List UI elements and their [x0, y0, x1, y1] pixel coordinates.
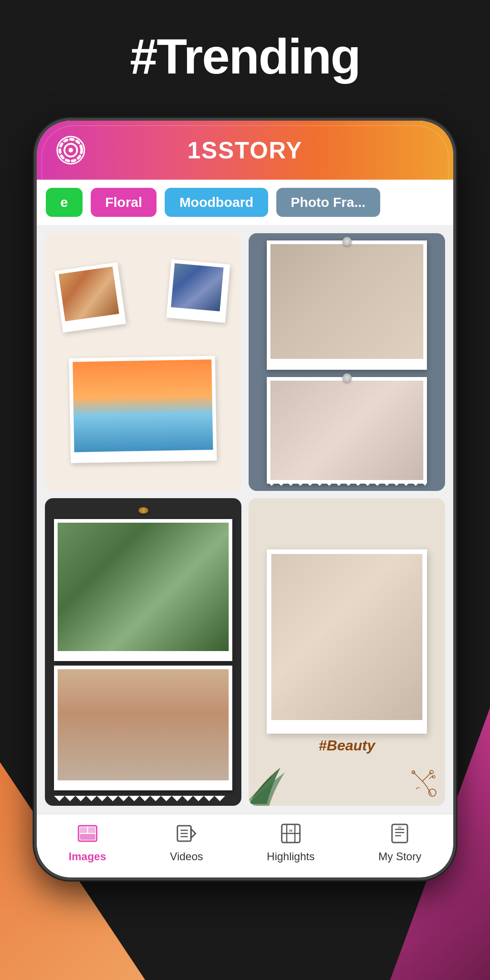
- svg-point-2: [69, 148, 73, 152]
- tab-item-moodboard[interactable]: Moodboard: [165, 188, 268, 217]
- torn-bottom-edge: [54, 796, 232, 801]
- beauty-photo: [267, 549, 427, 734]
- template-card-2[interactable]: [249, 233, 445, 491]
- images-icon: [74, 820, 101, 847]
- nav-label-mystory: My Story: [378, 850, 421, 863]
- template-card-4[interactable]: #Beauty: [249, 498, 445, 806]
- polaroid-1: [54, 262, 126, 333]
- framed-photo-2: [54, 666, 232, 790]
- floral-decoration: [404, 763, 441, 801]
- nav-item-videos[interactable]: Videos: [170, 820, 203, 863]
- polaroid-2: [167, 260, 230, 323]
- tab-item-floral[interactable]: Floral: [91, 188, 157, 217]
- tab-item-photoframe[interactable]: Photo Fra...: [276, 188, 380, 217]
- trending-title: #Trending: [0, 27, 490, 85]
- settings-icon[interactable]: [55, 134, 87, 166]
- photo-pin-2: [343, 373, 352, 382]
- card-pin: [138, 507, 148, 514]
- svg-rect-9: [80, 827, 87, 833]
- app-header: 1SSTORY: [37, 121, 453, 180]
- content-grid: #Beauty: [37, 225, 453, 814]
- nav-item-highlights[interactable]: H Highlights: [267, 820, 314, 863]
- polaroid-3: [69, 356, 217, 463]
- leaf-decor-card4: [249, 754, 299, 806]
- card-photos: [54, 519, 232, 790]
- svg-point-7: [429, 789, 436, 796]
- nav-item-mystory[interactable]: W My Story: [378, 820, 421, 863]
- template-card-3[interactable]: [45, 498, 241, 806]
- phone-side-button-left: [34, 220, 35, 257]
- phone-screen: 1SSTORY e Floral Moodboard Photo Fra...: [37, 121, 453, 877]
- category-tabs: e Floral Moodboard Photo Fra...: [37, 180, 453, 225]
- beauty-hashtag: #Beauty: [318, 737, 375, 754]
- svg-rect-10: [88, 827, 95, 833]
- svg-rect-11: [80, 834, 95, 840]
- template-card-1[interactable]: [45, 233, 241, 491]
- mystory-icon: W: [387, 820, 413, 847]
- torn-photo-1: [267, 240, 427, 370]
- phone-side-button-right: [455, 211, 456, 261]
- nav-label-highlights: Highlights: [267, 850, 314, 863]
- bottom-navigation: Images Videos: [37, 814, 453, 877]
- svg-text:H: H: [289, 828, 293, 833]
- svg-text:W: W: [398, 825, 402, 829]
- app-title: 1SSTORY: [187, 137, 303, 164]
- highlights-icon: H: [278, 820, 304, 847]
- torn-photo-2: [267, 377, 427, 484]
- svg-marker-13: [191, 829, 196, 838]
- nav-label-images: Images: [69, 850, 106, 863]
- torn-edge: [267, 481, 427, 486]
- nav-label-videos: Videos: [170, 850, 203, 863]
- nav-item-images[interactable]: Images: [69, 820, 106, 863]
- videos-icon: [173, 820, 200, 847]
- phone-mockup: 1SSTORY e Floral Moodboard Photo Fra...: [34, 118, 456, 880]
- photo-pin-1: [343, 237, 352, 246]
- framed-photo-1: [54, 519, 232, 661]
- tab-item-e[interactable]: e: [46, 188, 83, 217]
